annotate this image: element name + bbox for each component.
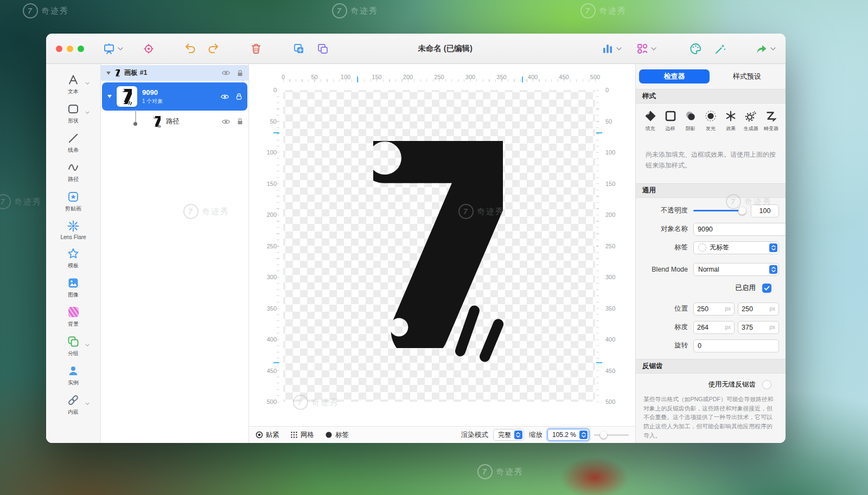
border-button[interactable]: 边框 [661, 109, 679, 132]
distort-button[interactable]: 畸变器 [762, 109, 780, 132]
screen: 7奇迹秀 7奇迹秀 7奇迹秀 7奇迹秀 7奇迹秀 7奇迹秀 7奇迹秀 7奇迹秀 … [0, 0, 868, 495]
tool-group[interactable]: 分组 [46, 335, 100, 357]
selection-ruler-mark [596, 132, 602, 133]
shadow-button[interactable]: 阴影 [681, 109, 699, 132]
origin-point-button[interactable] [143, 43, 155, 55]
lock-icon[interactable] [237, 118, 243, 125]
snap-toggle[interactable]: 贴紧 [256, 430, 279, 440]
delete-button[interactable] [250, 43, 262, 55]
generator-button[interactable]: 生成器 [742, 109, 760, 132]
zoom-slider-knob[interactable] [600, 432, 607, 439]
chevron-icon [85, 339, 90, 349]
titlebar: 未命名 (已编辑) [46, 34, 786, 64]
selected-path-object[interactable] [357, 132, 522, 362]
glow-button[interactable]: 发光 [701, 109, 719, 132]
tool-text[interactable]: 文本 [46, 73, 100, 95]
border-square-icon [663, 109, 678, 123]
opacity-slider-knob[interactable] [738, 207, 746, 215]
artboard-tool-button[interactable] [103, 42, 123, 55]
shapes-library-button[interactable] [636, 42, 656, 55]
enabled-label: 已启用 [736, 284, 756, 293]
chevron-icon [85, 106, 90, 116]
canvas-statusbar: 贴紧 网格 标签 渲染模式 完整 [249, 426, 635, 443]
image-icon [67, 276, 79, 290]
position-y-field[interactable]: 250px [738, 303, 779, 316]
fill-button[interactable]: 填充 [641, 109, 659, 132]
tool-line[interactable]: 线条 [46, 131, 100, 154]
layer-path-row[interactable]: 路径 [101, 112, 248, 131]
lock-icon[interactable] [237, 69, 243, 77]
rotation-field[interactable]: 0 [693, 339, 779, 352]
tool-path[interactable]: 路径 [46, 160, 100, 183]
tab-style-presets[interactable]: 样式预设 [712, 69, 782, 83]
zoom-button[interactable] [78, 46, 84, 52]
opacity-value[interactable]: 100 [751, 204, 779, 217]
visibility-eye-icon[interactable] [220, 94, 229, 100]
tool-embed[interactable]: 内嵌 [46, 393, 100, 416]
render-mode-select[interactable]: 完整 [493, 429, 524, 441]
zoom-slider[interactable] [594, 434, 629, 436]
canvas-area[interactable]: 0 50 100 150 200 250 300 350 400 450 500 [249, 64, 635, 443]
visibility-eye-icon[interactable] [221, 119, 231, 125]
artboard-name: 画板 #1 [124, 68, 147, 78]
antialias-checkbox[interactable] [762, 380, 771, 389]
minimize-button[interactable] [67, 46, 73, 52]
color-palette-button[interactable] [689, 42, 702, 55]
antialias-section-header: 反锯齿 [636, 359, 786, 374]
stepper-icon[interactable] [514, 430, 522, 439]
zoom-value-stepper[interactable]: 105.2 % [547, 429, 589, 441]
tool-shape[interactable]: 形状 [46, 102, 100, 125]
tab-inspector[interactable]: 检查器 [639, 69, 710, 83]
shadow-icon [684, 109, 698, 123]
zoom-label: 缩放 [529, 430, 542, 440]
blend-mode-select[interactable]: Normal [693, 263, 779, 276]
artboard-canvas[interactable] [283, 90, 595, 402]
object-name-row: 对象名称 [636, 223, 786, 236]
line-tool-icon [67, 131, 79, 145]
disclosure-triangle[interactable] [106, 72, 111, 75]
columns-panel-button[interactable] [601, 43, 622, 55]
share-button[interactable] [755, 43, 776, 55]
ruler-left: 0 50 100 150 200 250 300 350 400 450 500 [249, 90, 279, 402]
tool-lens-flare[interactable]: Lens Flare [46, 219, 100, 240]
layer-object-row-selected[interactable]: 9090 1 个对象 [102, 82, 247, 111]
object-name-input[interactable] [693, 223, 786, 236]
position-x-field[interactable]: 250px [693, 303, 735, 316]
close-button[interactable] [56, 46, 62, 52]
enabled-row: 已启用 [636, 284, 786, 293]
style-wand-button[interactable] [714, 42, 727, 55]
tool-image[interactable]: 图像 [46, 276, 100, 299]
shape-tool-icon [67, 102, 79, 115]
scale-y-field[interactable]: 375px [738, 321, 779, 334]
tool-background[interactable]: 背景 [46, 305, 100, 328]
chevron-down-icon [616, 47, 622, 50]
stepper-icon[interactable] [769, 243, 777, 252]
disclosure-triangle[interactable] [107, 95, 112, 98]
enabled-checkbox[interactable] [762, 284, 771, 293]
stepper-icon[interactable] [579, 430, 588, 439]
copy-style-button[interactable] [292, 42, 305, 55]
artboard-thumbnail [114, 69, 120, 77]
tool-instance[interactable]: 实例 [46, 364, 100, 387]
visibility-eye-icon[interactable] [221, 70, 231, 76]
stepper-icon[interactable] [769, 265, 777, 274]
redo-icon [207, 43, 220, 55]
tool-clipart[interactable]: 剪贴画 [46, 190, 100, 213]
duplicate-button[interactable] [316, 42, 329, 55]
opacity-slider[interactable] [693, 210, 744, 211]
duplicate-icon [316, 42, 329, 55]
tool-template[interactable]: 模板 [46, 247, 100, 269]
lock-icon[interactable] [236, 93, 242, 100]
antialias-toggle-label: 使用无缝反锯齿 [709, 380, 756, 389]
redo-button[interactable] [207, 43, 220, 55]
tag-select[interactable]: 无标签 [693, 241, 779, 254]
grid-toggle[interactable]: 网格 [290, 430, 314, 440]
layer-artboard-row[interactable]: 画板 #1 [101, 65, 248, 81]
chevron-down-icon [770, 47, 776, 50]
label-toggle[interactable]: 标签 [325, 430, 349, 440]
scale-x-field[interactable]: 264px [693, 321, 735, 334]
effects-button[interactable]: 效果 [722, 109, 740, 132]
scale-row: 标度 264px 375px [636, 321, 786, 334]
undo-button[interactable] [184, 43, 197, 55]
target-icon [143, 43, 155, 55]
